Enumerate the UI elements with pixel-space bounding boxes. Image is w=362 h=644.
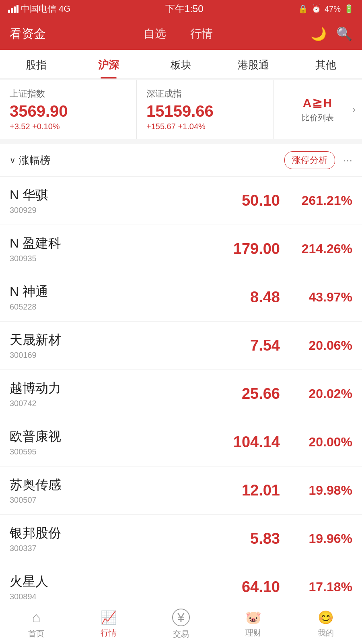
index-cards: 上证指数 3569.90 +3.52 +0.10% 深证成指 15159.66 …: [0, 80, 362, 139]
stock-name-6: 苏奥传感: [10, 476, 208, 494]
stock-name-4: 越博动力: [10, 380, 208, 397]
gainers-section-header: ∨ 涨幅榜 涨停分析 ···: [0, 144, 362, 177]
stock-name-8: 火星人: [10, 573, 208, 590]
nav-finance-label: 理财: [245, 627, 261, 638]
bottom-nav: ⌂ 首页 📈 行情 ¥ 交易 🐷 理财 😊 我的: [0, 604, 362, 644]
tab-gangtong[interactable]: 港股通: [217, 50, 290, 78]
time-label: 下午1:50: [165, 2, 204, 15]
stock-price-2: 8.48: [208, 289, 280, 306]
stock-price-5: 104.14: [208, 433, 280, 451]
stock-price-6: 12.01: [208, 482, 280, 499]
battery-label: 47%: [325, 4, 341, 14]
stock-item-4[interactable]: 越博动力 300742 25.66 20.02%: [0, 370, 362, 418]
stock-item-2[interactable]: N 神通 605228 8.48 43.97%: [0, 273, 362, 322]
stock-change-5: 20.00%: [280, 435, 352, 450]
gainers-title[interactable]: ∨ 涨幅榜: [10, 153, 50, 167]
stock-code-4: 300742: [10, 399, 208, 408]
alarm-icon: ⏰: [311, 4, 321, 14]
stock-change-1: 214.26%: [280, 242, 352, 256]
stock-info-5: 欧普康视 300595: [10, 428, 208, 456]
stock-code-8: 300894: [10, 592, 208, 601]
nav-zixuan[interactable]: 自选: [144, 26, 166, 41]
stock-name-5: 欧普康视: [10, 428, 208, 446]
stock-code-5: 300595: [10, 447, 208, 456]
stock-change-0: 261.21%: [280, 193, 352, 208]
stock-info-8: 火星人 300894: [10, 573, 208, 601]
stock-item-0[interactable]: N 华骐 300929 50.10 261.21%: [0, 177, 362, 225]
header-left-label: 看资金: [10, 26, 46, 42]
nav-trade[interactable]: ¥ 交易: [145, 604, 217, 644]
tab-guzhi[interactable]: 股指: [0, 50, 72, 78]
status-left: 中国电信 4G: [8, 3, 70, 15]
stock-name-7: 银邦股份: [10, 524, 208, 542]
stock-item-6[interactable]: 苏奥传感 300507 12.01 19.98%: [0, 466, 362, 515]
nav-home[interactable]: ⌂ 首页: [0, 604, 72, 644]
nav-mine[interactable]: 😊 我的: [290, 604, 362, 644]
stock-name-3: 天晟新材: [10, 331, 208, 349]
stock-price-3: 7.54: [208, 337, 280, 354]
nav-market-label: 行情: [101, 627, 117, 638]
index-change-0: +3.52 +0.10%: [10, 122, 127, 131]
stock-price-8: 64.10: [208, 578, 280, 596]
index-change-1: +155.67 +1.04%: [146, 122, 263, 131]
stock-info-1: N 盈建科 300935: [10, 235, 208, 263]
nav-trade-label: 交易: [173, 629, 189, 640]
stock-change-6: 19.98%: [280, 483, 352, 498]
index-card-1[interactable]: 深证成指 15159.66 +155.67 +1.04%: [137, 80, 274, 139]
status-bar: 中国电信 4G 下午1:50 🔒 ⏰ 47% 🔋: [0, 0, 362, 18]
stock-price-0: 50.10: [208, 192, 280, 209]
category-tabs: 股指 沪深 板块 港股通 其他: [0, 50, 362, 79]
stock-item-7[interactable]: 银邦股份 300337 5.83 19.96%: [0, 515, 362, 563]
carrier-label: 中国电信: [21, 3, 56, 15]
stock-info-0: N 华骐 300929: [10, 186, 208, 215]
index-name-1: 深证成指: [146, 88, 263, 100]
ah-label: A≧H: [303, 96, 333, 110]
stock-code-1: 300935: [10, 254, 208, 263]
finance-icon: 🐷: [245, 610, 261, 625]
ah-sublabel: 比价列表: [302, 112, 334, 123]
stock-change-4: 20.02%: [280, 386, 352, 401]
gainers-actions: 涨停分析 ···: [284, 151, 352, 169]
stock-change-2: 43.97%: [280, 290, 352, 305]
limit-up-analysis-button[interactable]: 涨停分析: [284, 151, 335, 169]
battery-icon: 🔋: [344, 4, 354, 14]
stock-item-1[interactable]: N 盈建科 300935 179.00 214.26%: [0, 225, 362, 273]
search-icon[interactable]: 🔍: [336, 26, 352, 41]
more-options-icon[interactable]: ···: [343, 154, 352, 167]
stock-code-2: 605228: [10, 302, 208, 312]
home-icon: ⌂: [32, 609, 41, 626]
nav-hangqing[interactable]: 行情: [190, 26, 213, 41]
stock-info-6: 苏奥传感 300507: [10, 476, 208, 505]
header-nav: 自选 行情: [144, 26, 213, 41]
stock-code-7: 300337: [10, 544, 208, 553]
tab-hushen[interactable]: 沪深: [72, 50, 145, 78]
lock-icon: 🔒: [298, 4, 308, 14]
stock-code-0: 300929: [10, 206, 208, 215]
moon-icon[interactable]: 🌙: [311, 26, 327, 41]
index-card-0[interactable]: 上证指数 3569.90 +3.52 +0.10%: [0, 80, 137, 139]
stock-name-1: N 盈建科: [10, 235, 208, 252]
stock-info-3: 天晟新材 300169: [10, 331, 208, 360]
signal-bars: [8, 5, 19, 13]
nav-finance[interactable]: 🐷 理财: [217, 604, 290, 644]
stock-price-1: 179.00: [208, 240, 280, 258]
network-label: 4G: [59, 4, 70, 14]
stock-info-7: 银邦股份 300337: [10, 524, 208, 553]
stock-name-0: N 华骐: [10, 186, 208, 204]
trade-icon: ¥: [172, 609, 190, 626]
tab-qita[interactable]: 其他: [290, 50, 362, 78]
stock-price-7: 5.83: [208, 530, 280, 547]
nav-market[interactable]: 📈 行情: [72, 604, 145, 644]
ah-compare-card[interactable]: A≧H 比价列表 ›: [274, 80, 362, 139]
stock-list: N 华骐 300929 50.10 261.21% N 盈建科 300935 1…: [0, 177, 362, 611]
stock-item-3[interactable]: 天晟新材 300169 7.54 20.06%: [0, 322, 362, 370]
tab-bankuai[interactable]: 板块: [145, 50, 217, 78]
ah-chevron-icon: ›: [352, 104, 356, 115]
nav-mine-label: 我的: [318, 627, 334, 638]
stock-item-5[interactable]: 欧普康视 300595 104.14 20.00%: [0, 418, 362, 466]
index-name-0: 上证指数: [10, 88, 127, 100]
gainers-title-text: 涨幅榜: [19, 153, 50, 167]
index-value-1: 15159.66: [146, 102, 263, 120]
mine-icon: 😊: [318, 610, 334, 625]
status-right: 🔒 ⏰ 47% 🔋: [298, 4, 354, 14]
